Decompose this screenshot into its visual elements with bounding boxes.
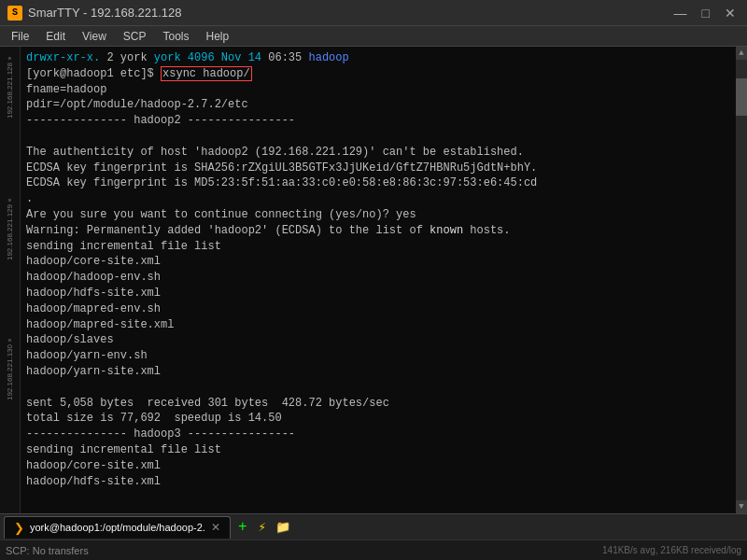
ip-labels-panel: 192.168.221.128× 192.168.221.129× 192.16…: [0, 47, 21, 513]
scrollbar-thumb[interactable]: [736, 78, 747, 116]
terminal-tab[interactable]: ❯ york@hadoop1:/opt/module/hadoop-2. ✕: [4, 516, 231, 539]
ip-label-1: 192.168.221.128×: [0, 54, 20, 119]
status-right: 141KB/s avg, 216KB received/log: [602, 545, 741, 555]
term-line: [26, 380, 730, 396]
term-line: hadoop/hdfs-site.xml: [26, 286, 730, 301]
tab-close-button[interactable]: ✕: [211, 521, 220, 534]
term-line: [26, 129, 730, 145]
term-line: [york@hadoop1 etc]$ xsync hadoop/: [26, 66, 730, 82]
term-line: hadoop/mapred-site.xml: [26, 317, 730, 333]
terminal[interactable]: drwxr-xr-x. 2 york york 4096 Nov 14 06:3…: [21, 47, 736, 513]
status-bar: SCP: No transfers 141KB/s avg, 216KB rec…: [0, 539, 747, 560]
term-line: ECDSA key fingerprint is SHA256:rZXgiUL3…: [26, 161, 730, 176]
scrollbar-up-button[interactable]: ▲: [736, 47, 747, 60]
term-line: --------------- hadoop3 ----------------: [26, 427, 730, 442]
title-bar-left: S SmarTTY - 192.168.221.128: [7, 6, 182, 21]
new-tab-button[interactable]: +: [233, 519, 253, 536]
term-line: hadoop/core-site.xml: [26, 458, 730, 474]
term-line: hadoop/hdfs-site.xml: [26, 474, 730, 490]
menu-item-view[interactable]: View: [75, 28, 114, 45]
main-area: 192.168.221.128× 192.168.221.129× 192.16…: [0, 47, 747, 513]
term-line: hadoop/core-site.xml: [26, 254, 730, 270]
term-line: ECDSA key fingerprint is MD5:23:5f:51:aa…: [26, 175, 730, 191]
term-line: hadoop/yarn-site.xml: [26, 364, 730, 380]
term-line: total size is 77,692 speedup is 14.50: [26, 411, 730, 427]
term-line: drwxr-xr-x. 2 york york 4096 Nov 14 06:3…: [26, 50, 730, 66]
menu-item-tools[interactable]: Tools: [156, 28, 197, 45]
menu-item-scp[interactable]: SCP: [116, 28, 154, 45]
term-line: sending incremental file list: [26, 442, 730, 458]
scrollbar-down-button[interactable]: ▼: [736, 500, 747, 513]
lightning-button[interactable]: ⚡: [255, 519, 270, 535]
scp-status: SCP: No transfers: [6, 545, 89, 556]
menu-item-edit[interactable]: Edit: [38, 28, 73, 45]
term-line: sent 5,058 bytes received 301 bytes 428.…: [26, 396, 730, 412]
ip-label-3: 192.168.221.130×: [0, 336, 20, 400]
menu-item-help[interactable]: Help: [199, 28, 237, 45]
menu-item-file[interactable]: File: [4, 28, 36, 45]
term-line: Warning: Permanently added 'hadoop2' (EC…: [26, 223, 730, 239]
app-icon: S: [7, 6, 22, 21]
term-line: hadoop/slaves: [26, 332, 730, 348]
scrollbar-track: [736, 116, 747, 500]
term-line: sending incremental file list: [26, 239, 730, 255]
term-line: .: [26, 191, 730, 207]
transfer-stats: 141KB/s avg, 216KB received/log: [602, 545, 741, 555]
tab-bar: ❯ york@hadoop1:/opt/module/hadoop-2. ✕ +…: [0, 513, 747, 539]
term-line: --------------- hadoop2 ----------------: [26, 113, 730, 129]
menu-bar: FileEditViewSCPToolsHelp: [0, 26, 747, 47]
term-line: fname=hadoop: [26, 82, 730, 98]
term-line: The authenticity of host 'hadoop2 (192.1…: [26, 145, 730, 161]
title-text: SmarTTY - 192.168.221.128: [28, 6, 182, 20]
scrollbar[interactable]: ▲ ▼: [736, 47, 747, 513]
term-line: pdir=/opt/module/hadoop-2.7.2/etc: [26, 97, 730, 113]
folder-button[interactable]: 📁: [272, 520, 294, 535]
term-line: hadoop/hadoop-env.sh: [26, 270, 730, 286]
tab-icon: ❯: [14, 521, 24, 535]
close-button[interactable]: ✕: [721, 6, 740, 21]
window-controls: — □ ✕: [670, 6, 740, 21]
title-bar: S SmarTTY - 192.168.221.128 — □ ✕: [0, 0, 747, 26]
ip-label-2: 192.168.221.129×: [0, 196, 20, 260]
minimize-button[interactable]: —: [670, 6, 691, 21]
term-line: hadoop/yarn-env.sh: [26, 348, 730, 364]
maximize-button[interactable]: □: [698, 6, 713, 21]
term-line: hadoop/mapred-env.sh: [26, 301, 730, 317]
tab-label: york@hadoop1:/opt/module/hadoop-2.: [30, 522, 205, 533]
term-line: Are you sure you want to continue connec…: [26, 207, 730, 223]
